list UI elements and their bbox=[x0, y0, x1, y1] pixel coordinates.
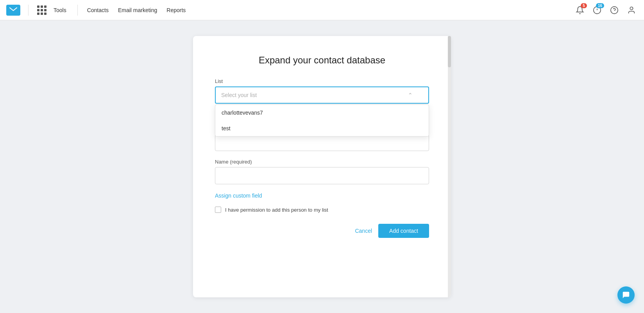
notifications-button[interactable]: 5 bbox=[574, 4, 586, 16]
cancel-button[interactable]: Cancel bbox=[355, 228, 372, 234]
navbar: Tools Contacts Email marketing Reports 5… bbox=[0, 0, 644, 20]
nav-links: Contacts Email marketing Reports bbox=[87, 7, 186, 13]
list-option-1[interactable]: charlottevevans7 bbox=[215, 105, 429, 121]
permission-label: I have permission to add this person to … bbox=[225, 207, 328, 213]
scrollbar-track[interactable] bbox=[448, 36, 451, 297]
list-option-2[interactable]: test bbox=[215, 121, 429, 136]
modal-card: Expand your contact database List Select… bbox=[193, 36, 451, 297]
nav-email-marketing[interactable]: Email marketing bbox=[118, 7, 157, 13]
nav-divider-2 bbox=[77, 5, 78, 16]
alerts-badge: 16 bbox=[596, 3, 604, 8]
nav-contacts[interactable]: Contacts bbox=[87, 7, 109, 13]
list-label: List bbox=[215, 78, 429, 84]
logo[interactable] bbox=[6, 5, 20, 16]
permission-checkbox-row: I have permission to add this person to … bbox=[215, 207, 429, 213]
list-dropdown[interactable]: Select your list ⌃ bbox=[215, 86, 429, 104]
svg-point-6 bbox=[630, 7, 633, 9]
scrollbar-thumb[interactable] bbox=[448, 36, 451, 67]
list-placeholder: Select your list bbox=[221, 92, 257, 98]
form-actions: Cancel Add contact bbox=[215, 224, 429, 238]
tools-label[interactable]: Tools bbox=[54, 7, 66, 13]
help-button[interactable] bbox=[608, 4, 621, 16]
list-dropdown-wrapper: Select your list ⌃ charlottevevans7 test bbox=[215, 86, 429, 104]
list-form-group: List Select your list ⌃ charlottevevans7… bbox=[215, 78, 429, 104]
list-dropdown-menu: charlottevevans7 test bbox=[215, 104, 429, 137]
nav-right: 5 16 bbox=[574, 4, 638, 16]
user-button[interactable] bbox=[625, 4, 638, 16]
page-background: Expand your contact database List Select… bbox=[0, 20, 644, 313]
chevron-up-icon: ⌃ bbox=[408, 92, 413, 98]
nav-divider bbox=[28, 5, 29, 16]
notifications-badge: 5 bbox=[581, 3, 587, 8]
permission-checkbox[interactable] bbox=[215, 207, 221, 213]
page-title: Expand your contact database bbox=[215, 55, 429, 66]
alerts-button[interactable]: 16 bbox=[591, 4, 603, 16]
svg-point-4 bbox=[611, 6, 618, 13]
name-label: Name (required) bbox=[215, 159, 429, 165]
grid-icon[interactable] bbox=[36, 5, 47, 16]
add-contact-button[interactable]: Add contact bbox=[378, 224, 429, 238]
name-input[interactable] bbox=[215, 167, 429, 184]
nav-reports[interactable]: Reports bbox=[166, 7, 186, 13]
name-form-group: Name (required) bbox=[215, 159, 429, 184]
assign-custom-field-link[interactable]: Assign custom field bbox=[215, 192, 262, 199]
chat-fab-button[interactable] bbox=[617, 286, 635, 304]
